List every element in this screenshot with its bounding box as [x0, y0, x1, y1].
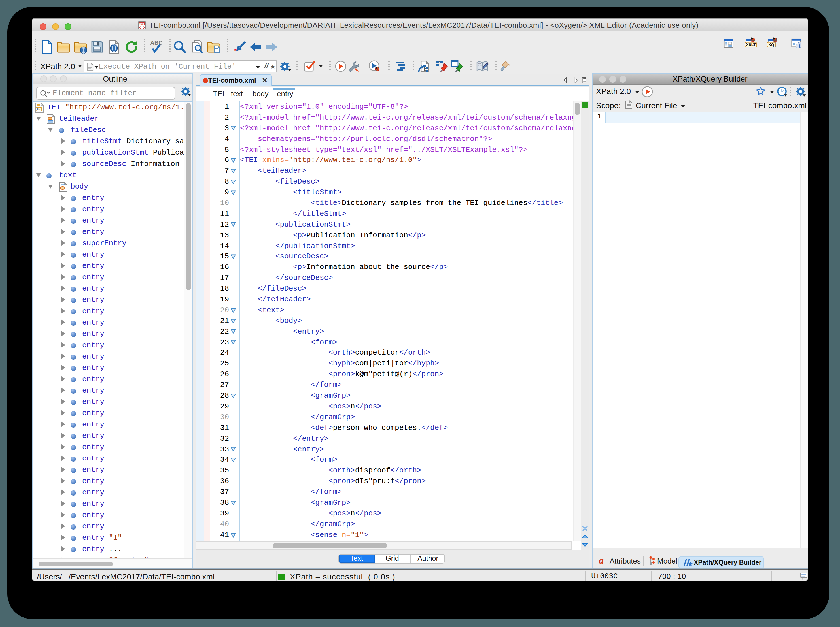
svg-text:XML: XML	[139, 22, 145, 25]
svg-text:XSLT: XSLT	[746, 43, 756, 47]
svg-text:*: *	[234, 47, 237, 54]
svg-text:XQ: XQ	[769, 43, 774, 47]
svg-text:ABC: ABC	[150, 39, 162, 46]
svg-text:TEI: TEI	[36, 107, 41, 111]
